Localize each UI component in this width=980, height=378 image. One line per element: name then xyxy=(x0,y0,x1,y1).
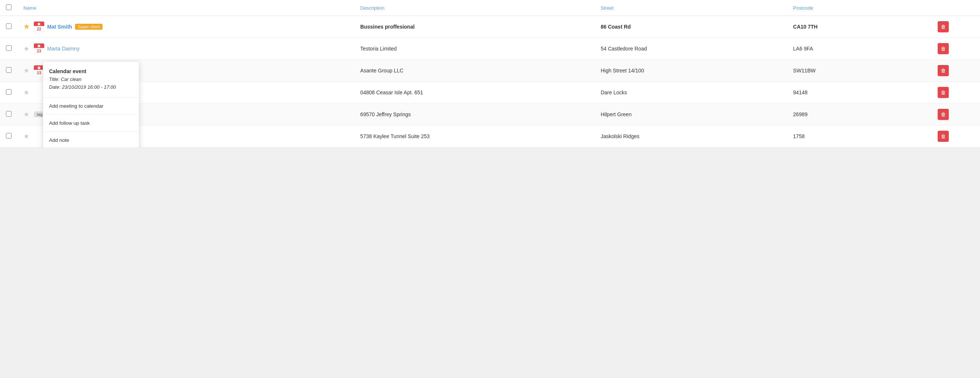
description-cell: Bussines proffesional xyxy=(355,16,595,38)
table-row: ★▦23Martin KowalskyVIPAsante Group LLCHi… xyxy=(0,60,980,82)
row-checkbox-cell xyxy=(0,60,18,82)
delete-button[interactable]: 🗑 xyxy=(938,43,949,54)
postcode-cell: 1758 xyxy=(787,125,932,148)
popup-divider-3 xyxy=(43,132,139,132)
postcode-cell: SW11BW xyxy=(787,60,932,82)
postcode-cell: LA6 9FA xyxy=(787,38,932,60)
header-action xyxy=(932,0,980,16)
popup-title-label: Title: xyxy=(49,76,59,82)
table-row: ★tag2tag369570 Jeffrey SpringsHilpert Gr… xyxy=(0,103,980,125)
street-cell: Hilpert Green xyxy=(595,103,787,125)
calendar-icon[interactable]: ▦23 xyxy=(34,43,44,54)
star-icon[interactable]: ★ xyxy=(24,132,29,140)
name-cell: ★▦22Mat SmithSuper client xyxy=(18,16,355,38)
delete-cell: 🗑 xyxy=(932,125,980,148)
description-cell: 69570 Jeffrey Springs xyxy=(355,103,595,125)
popup-title-value: Car clean xyxy=(61,76,82,82)
star-icon[interactable]: ★ xyxy=(24,110,29,118)
row-checkbox-cell xyxy=(0,103,18,125)
table-wrapper: Name Description Street Postcode ★▦22Mat… xyxy=(0,0,980,148)
star-icon[interactable]: ★ xyxy=(24,23,29,31)
popup-date-value: 23/10/2019 16:00 - 17:00 xyxy=(62,84,116,90)
delete-cell: 🗑 xyxy=(932,16,980,38)
row-checkbox[interactable] xyxy=(6,24,11,29)
popup-actions-list: Add meeting to calendarAdd follow up tas… xyxy=(43,100,139,148)
row-checkbox[interactable] xyxy=(6,67,11,73)
street-cell: Jaskolski Ridges xyxy=(595,125,787,148)
description-cell: 04808 Ceasar Isle Apt. 651 xyxy=(355,82,595,103)
table-row: ★▦22Mat SmithSuper clientBussines proffe… xyxy=(0,16,980,38)
delete-button[interactable]: 🗑 xyxy=(938,87,949,98)
popup-divider-2 xyxy=(43,114,139,115)
popup-action-item[interactable]: Add meeting to calendar xyxy=(43,100,139,112)
row-checkbox-cell xyxy=(0,125,18,148)
street-cell: Dare Locks xyxy=(595,82,787,103)
street-cell: High Street 14/100 xyxy=(595,60,787,82)
table-row: ★▦23Marta DaimnyTestoria Limited54 Castl… xyxy=(0,38,980,60)
postcode-cell: 26989 xyxy=(787,103,932,125)
header-checkbox-col xyxy=(0,0,18,16)
header-postcode: Postcode xyxy=(787,0,932,16)
popup-event-info: Title: Car clean Date: 23/10/2019 16:00 … xyxy=(49,76,133,91)
contact-name-link[interactable]: Marta Daimny xyxy=(47,46,80,52)
delete-cell: 🗑 xyxy=(932,82,980,103)
postcode-cell: 94148 xyxy=(787,82,932,103)
delete-button[interactable]: 🗑 xyxy=(938,21,949,32)
description-cell: Testoria Limited xyxy=(355,38,595,60)
row-checkbox[interactable] xyxy=(6,45,11,51)
popup-action-item[interactable]: Add note xyxy=(43,134,139,146)
description-cell: Asante Group LLC xyxy=(355,60,595,82)
calendar-event-popup: Calendar event Title: Car clean Date: 23… xyxy=(43,61,139,148)
postcode-cell: CA10 7TH xyxy=(787,16,932,38)
delete-cell: 🗑 xyxy=(932,60,980,82)
row-checkbox-cell xyxy=(0,16,18,38)
star-icon[interactable]: ★ xyxy=(24,44,29,53)
header-name: Name xyxy=(18,0,355,16)
table-row: ★04808 Ceasar Isle Apt. 651Dare Locks941… xyxy=(0,82,980,103)
row-checkbox[interactable] xyxy=(6,133,11,138)
popup-action-item[interactable]: Add follow up task xyxy=(43,117,139,129)
street-cell: 54 Castledore Road xyxy=(595,38,787,60)
star-icon[interactable]: ★ xyxy=(24,67,29,75)
star-icon[interactable]: ★ xyxy=(24,88,29,97)
row-checkbox[interactable] xyxy=(6,89,11,95)
delete-cell: 🗑 xyxy=(932,38,980,60)
header-street: Street xyxy=(595,0,787,16)
table-row: ★5738 Kaylee Tunnel Suite 253Jaskolski R… xyxy=(0,125,980,148)
delete-cell: 🗑 xyxy=(932,103,980,125)
row-checkbox-cell xyxy=(0,82,18,103)
name-cell: ★▦23Marta Daimny xyxy=(18,38,355,60)
delete-button[interactable]: 🗑 xyxy=(938,131,949,142)
popup-date-label: Date: xyxy=(49,84,60,90)
calendar-icon[interactable]: ▦22 xyxy=(34,22,44,32)
description-cell: 5738 Kaylee Tunnel Suite 253 xyxy=(355,125,595,148)
contacts-table: Name Description Street Postcode ★▦22Mat… xyxy=(0,0,980,148)
delete-button[interactable]: 🗑 xyxy=(938,109,949,120)
popup-divider-1 xyxy=(43,97,139,98)
header-description: Description xyxy=(355,0,595,16)
street-cell: 86 Coast Rd xyxy=(595,16,787,38)
popup-event-title: Calendar event xyxy=(49,68,133,74)
super-client-badge: Super client xyxy=(75,24,103,30)
row-checkbox-cell xyxy=(0,38,18,60)
popup-event-header: Calendar event Title: Car clean Date: 23… xyxy=(43,67,139,95)
row-checkbox[interactable] xyxy=(6,111,11,117)
delete-button[interactable]: 🗑 xyxy=(938,65,949,76)
select-all-checkbox[interactable] xyxy=(6,5,11,10)
contact-name-link[interactable]: Mat Smith xyxy=(47,24,72,30)
